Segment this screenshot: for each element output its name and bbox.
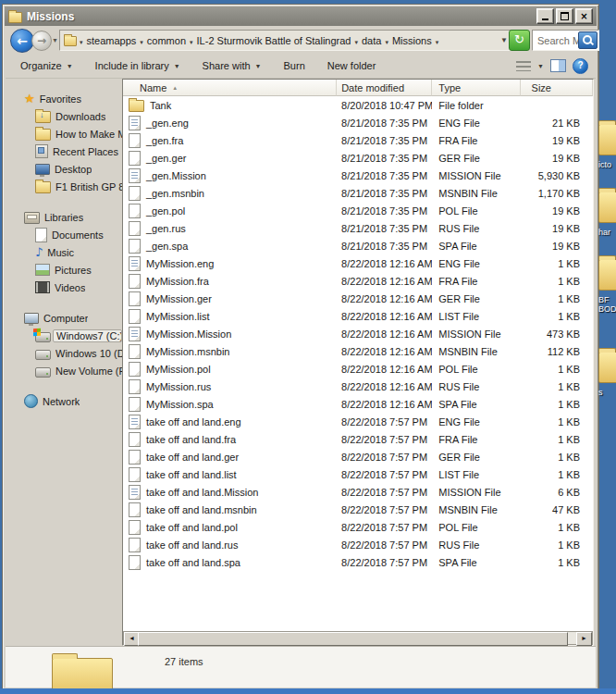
- sidebar-item-recent-places[interactable]: Recent Places: [6, 143, 122, 160]
- file-size-cell: 1 KB: [521, 557, 593, 568]
- table-row[interactable]: _gen.ger8/21/2018 7:35 PMGER File19 KB: [123, 149, 593, 167]
- desktop-icon-har[interactable]: har: [598, 186, 616, 237]
- sidebar-item-desktop[interactable]: Desktop: [6, 160, 122, 178]
- table-row[interactable]: take off and land.msnbin8/22/2018 7:57 P…: [123, 501, 593, 518]
- file-date-cell: 8/22/2018 12:16 AM: [337, 276, 432, 287]
- table-row[interactable]: MyMission.list8/22/2018 12:16 AMLIST Fil…: [123, 307, 593, 325]
- column-header-name[interactable]: Name▲: [123, 80, 337, 96]
- sidebar-item-windows-10-d-[interactable]: Windows 10 (D:): [6, 344, 122, 362]
- help-icon[interactable]: ?: [573, 58, 588, 74]
- file-name: take off and land.pol: [146, 522, 238, 533]
- breadcrumb-segment[interactable]: data: [359, 35, 384, 46]
- search-button[interactable]: [578, 31, 598, 49]
- table-row[interactable]: take off and land.pol8/22/2018 7:57 PMPO…: [123, 518, 593, 536]
- toolbar-right-group: ▼ ?: [516, 54, 588, 78]
- file-name: _gen.eng: [146, 118, 189, 129]
- column-header-size[interactable]: Size: [521, 80, 593, 96]
- table-row[interactable]: take off and land.list8/22/2018 7:57 PML…: [123, 465, 593, 483]
- sidebar-item-how-to-make-mone[interactable]: How to Make Mone: [6, 125, 122, 143]
- refresh-button[interactable]: ↻: [509, 30, 530, 51]
- table-row[interactable]: MyMission.eng8/22/2018 12:16 AMENG File1…: [123, 254, 593, 272]
- breadcrumb-segment[interactable]: Missions: [389, 35, 435, 46]
- scrollbar-thumb[interactable]: [138, 632, 568, 646]
- breadcrumb-segment[interactable]: common: [144, 35, 189, 46]
- table-row[interactable]: take off and land.Mission8/22/2018 7:57 …: [123, 483, 593, 501]
- desktop-icon-icto[interactable]: icto: [598, 118, 616, 169]
- sidebar-group-header-network[interactable]: Network: [6, 392, 122, 410]
- toolbar-button-organize[interactable]: Organize▼: [20, 60, 73, 71]
- table-row[interactable]: MyMission.pol8/22/2018 12:16 AMPOL File1…: [123, 360, 593, 378]
- table-row[interactable]: _gen.rus8/21/2018 7:35 PMRUS File19 KB: [123, 219, 593, 237]
- star-icon: ★: [24, 93, 35, 105]
- search-input[interactable]: Search Mi...: [532, 30, 599, 51]
- file-date-cell: 8/22/2018 7:57 PM: [337, 539, 432, 551]
- toolbar-button-include-in-library[interactable]: Include in library▼: [95, 60, 180, 71]
- table-row[interactable]: MyMission.Mission8/22/2018 12:16 AMMISSI…: [123, 325, 593, 342]
- toolbar-button-burn[interactable]: Burn: [284, 60, 305, 71]
- table-row[interactable]: _gen.spa8/21/2018 7:35 PMSPA File19 KB: [123, 237, 593, 254]
- table-row[interactable]: Tank8/20/2018 10:47 PMFile folder: [123, 96, 593, 114]
- table-row[interactable]: _gen.fra8/21/2018 7:35 PMFRA File19 KB: [123, 131, 593, 149]
- desktop-icon-bf-bod[interactable]: BF BOD: [598, 254, 616, 314]
- table-row[interactable]: _gen.Mission8/21/2018 7:35 PMMISSION Fil…: [123, 167, 593, 184]
- sidebar-group-header-libraries[interactable]: Libraries: [6, 208, 122, 226]
- table-row[interactable]: MyMission.spa8/22/2018 12:16 AMSPA File1…: [123, 395, 593, 413]
- table-row[interactable]: _gen.msnbin8/21/2018 7:35 PMMSNBIN File1…: [123, 184, 593, 202]
- sidebar-item-windows7-c-[interactable]: Windows7 (C:): [6, 327, 122, 344]
- sidebar-item-f1-british-gp-8th-ju[interactable]: F1 British GP 8th Ju: [6, 178, 122, 195]
- sidebar-group-header-favorites[interactable]: ★Favorites: [6, 90, 122, 107]
- scroll-right-arrow[interactable]: ►: [576, 632, 592, 646]
- file-type-cell: ENG File: [432, 416, 520, 428]
- text-file-icon: [129, 485, 141, 500]
- table-row[interactable]: take off and land.eng8/22/2018 7:57 PMEN…: [123, 413, 593, 430]
- file-size-cell: 1 KB: [521, 539, 593, 551]
- preview-pane-icon[interactable]: [550, 59, 566, 72]
- toolbar-button-share-with[interactable]: Share with▼: [203, 60, 262, 71]
- file-name-cell: take off and land.spa: [123, 555, 337, 570]
- breadcrumb-segment[interactable]: IL-2 Sturmovik Battle of Stalingrad: [194, 35, 354, 46]
- file-date-cell: 8/22/2018 12:16 AM: [337, 311, 432, 322]
- recent-pages-chevron-icon[interactable]: ▼: [52, 37, 58, 43]
- table-row[interactable]: take off and land.rus8/22/2018 7:57 PMRU…: [123, 536, 593, 553]
- file-size-cell: 112 KB: [521, 346, 593, 357]
- column-header-type[interactable]: Type: [432, 80, 520, 96]
- forward-button[interactable]: →: [31, 31, 52, 51]
- column-header-date-modified[interactable]: Date modified: [337, 80, 432, 96]
- change-view-icon[interactable]: [516, 61, 531, 71]
- desktop-icon-s[interactable]: s: [598, 346, 616, 397]
- breadcrumb-separator-icon: ▾: [79, 39, 84, 45]
- table-row[interactable]: _gen.pol8/21/2018 7:35 PMPOL File19 KB: [123, 202, 593, 219]
- breadcrumb[interactable]: ▾steamapps▾common▾IL-2 Sturmovik Battle …: [59, 30, 514, 51]
- table-row[interactable]: MyMission.fra8/22/2018 12:16 AMFRA File1…: [123, 272, 593, 290]
- main-area: ★Favorites↓DownloadsHow to Make MoneRece…: [6, 79, 596, 646]
- title-bar[interactable]: Missions ×: [5, 6, 597, 26]
- breadcrumb-segments: ▾steamapps▾common▾IL-2 Sturmovik Battle …: [79, 35, 439, 46]
- file-date-cell: 8/21/2018 7:35 PM: [337, 170, 432, 181]
- sidebar-item-downloads[interactable]: ↓Downloads: [6, 107, 122, 125]
- sidebar-item-documents[interactable]: Documents: [6, 226, 122, 243]
- table-row[interactable]: MyMission.msnbin8/22/2018 12:16 AMMSNBIN…: [123, 342, 593, 360]
- sidebar-group-header-computer[interactable]: Computer: [6, 309, 122, 327]
- minimize-button[interactable]: [536, 8, 554, 24]
- table-row[interactable]: _gen.eng8/21/2018 7:35 PMENG File21 KB: [123, 114, 593, 131]
- view-dropdown-icon[interactable]: ▼: [537, 63, 544, 69]
- file-name: Tank: [150, 100, 171, 111]
- close-button[interactable]: ×: [575, 8, 593, 24]
- file-size-cell: 1,170 KB: [521, 188, 593, 199]
- table-row[interactable]: take off and land.spa8/22/2018 7:57 PMSP…: [123, 553, 593, 571]
- sidebar-item-videos[interactable]: Videos: [6, 279, 122, 296]
- table-row[interactable]: take off and land.fra8/22/2018 7:57 PMFR…: [123, 430, 593, 448]
- sidebar-item-music[interactable]: ♪Music: [6, 243, 122, 261]
- desktop-folder-icon: [598, 192, 616, 223]
- table-row[interactable]: take off and land.ger8/22/2018 7:57 PMGE…: [123, 448, 593, 465]
- maximize-button[interactable]: [556, 8, 573, 24]
- horizontal-scrollbar[interactable]: ◄ ►: [123, 631, 593, 645]
- toolbar-button-new-folder[interactable]: New folder: [327, 60, 376, 71]
- breadcrumb-segment[interactable]: steamapps: [84, 35, 140, 46]
- table-row[interactable]: MyMission.rus8/22/2018 12:16 AMRUS File1…: [123, 378, 593, 395]
- sidebar-item-new-volume-f-[interactable]: New Volume (F:): [6, 362, 122, 379]
- text-file-icon: [129, 116, 141, 130]
- table-row[interactable]: MyMission.ger8/22/2018 12:16 AMGER File1…: [123, 290, 593, 307]
- sidebar-item-pictures[interactable]: Pictures: [6, 261, 122, 279]
- sidebar-item-label: Desktop: [55, 164, 92, 175]
